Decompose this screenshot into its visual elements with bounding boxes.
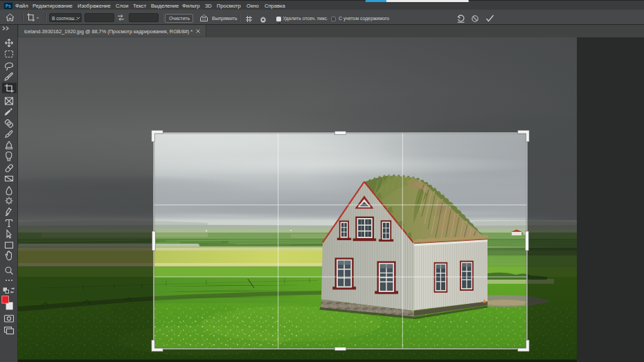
svg-text:Ps: Ps — [6, 3, 11, 8]
